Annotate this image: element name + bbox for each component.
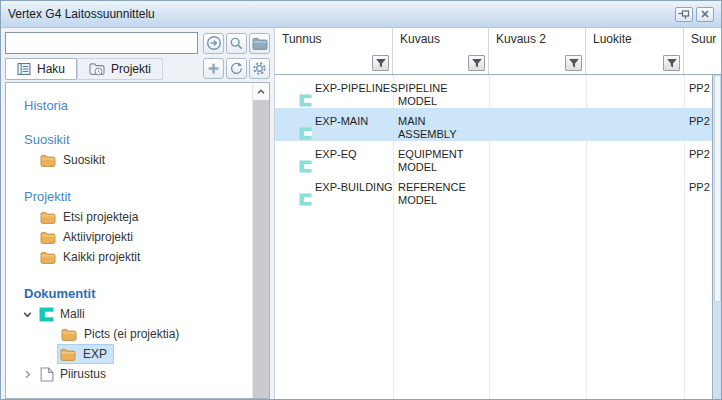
drawing-sheet-icon — [39, 367, 54, 382]
cell-luokite — [586, 108, 684, 141]
title-bar[interactable]: Vertex G4 Laitossuunnittelu — [1, 1, 721, 28]
folder-icon — [61, 328, 77, 341]
open-folder-button[interactable] — [249, 33, 270, 54]
column-label: Kuvaus — [400, 32, 440, 46]
filter-button[interactable] — [565, 55, 582, 71]
funnel-icon — [568, 58, 580, 69]
filter-button[interactable] — [468, 55, 485, 71]
window-title: Vertex G4 Laitossuunnittelu — [8, 7, 155, 21]
table-row-exp-eq[interactable]: EXP-EQ EQUIPMENT MODEL PP2 — [275, 141, 712, 174]
tab-haku[interactable]: Haku — [5, 58, 77, 80]
tree-section-projektit[interactable]: Projektit — [24, 189, 269, 204]
folder-clock-icon — [89, 62, 105, 76]
folder-icon — [60, 348, 76, 361]
tree-item-label: Kaikki projektit — [63, 250, 140, 264]
cell-kuvaus-2 — [489, 75, 586, 108]
tab-projekti[interactable]: Projekti — [77, 58, 163, 80]
scrollbar-thumb[interactable] — [714, 75, 721, 302]
list-form-icon — [17, 62, 31, 76]
tab-haku-label: Haku — [37, 62, 65, 76]
cell-kuvaus-2 — [489, 174, 586, 207]
refresh-icon — [229, 61, 244, 76]
tree-toolbar — [201, 58, 270, 79]
tree-item-aktiiviprojekti[interactable]: Aktiiviprojekti — [6, 227, 269, 247]
table-scrollbar[interactable] — [712, 75, 721, 399]
tree-item-label: Picts (ei projektia) — [84, 327, 179, 341]
filter-button[interactable] — [372, 55, 389, 71]
refresh-button[interactable] — [226, 58, 247, 79]
column-header-suur[interactable]: Suur — [684, 28, 721, 74]
model-icon — [299, 94, 312, 107]
column-label: Luokite — [593, 32, 632, 46]
folder-icon — [40, 251, 56, 264]
tree-item-kaikki-projektit[interactable]: Kaikki projektit — [6, 247, 269, 267]
table-row-exp-building[interactable]: EXP-BUILDING REFERENCE MODEL PP2 — [275, 174, 712, 207]
add-button[interactable] — [203, 58, 224, 79]
table-row-exp-pipelines[interactable]: EXP-PIPELINES PIPELINE MODEL PP2 — [275, 75, 712, 108]
close-button[interactable] — [696, 7, 714, 22]
tree-section-suosikit[interactable]: Suosikit — [24, 132, 269, 147]
table-body: EXP-PIPELINES PIPELINE MODEL PP2 EXP-MAI… — [275, 75, 712, 399]
tree-scrollbar[interactable] — [252, 83, 269, 398]
go-button[interactable] — [203, 33, 224, 54]
cell-kuvaus: MAIN ASSEMBLY — [393, 108, 489, 141]
column-header-luokite[interactable]: Luokite — [586, 28, 684, 74]
tree-item-label: Aktiiviprojekti — [63, 230, 133, 244]
cell-suur: PP2 — [684, 174, 712, 207]
pin-button[interactable] — [675, 7, 693, 22]
tab-bar: Haku Projekti — [5, 57, 270, 80]
cell-tunnus: EXP-MAIN — [275, 108, 393, 141]
tree-node-piirustus[interactable]: Piirustus — [6, 364, 269, 384]
search-input[interactable] — [5, 32, 198, 54]
cell-kuvaus-2 — [489, 108, 586, 141]
up-arrow-icon — [256, 87, 266, 97]
tree-section-historia[interactable]: Historia — [24, 98, 269, 113]
column-label: Tunnus — [282, 32, 322, 46]
cell-text: EXP-EQ — [315, 148, 357, 160]
document-table-panel: Tunnus Kuvaus Kuvaus 2 — [275, 28, 721, 399]
window-controls — [675, 7, 714, 22]
cell-kuvaus: PIPELINE MODEL — [393, 75, 489, 108]
tree-section-dokumentit[interactable]: Dokumentit — [24, 286, 269, 301]
cell-luokite — [586, 141, 684, 174]
model-icon — [39, 307, 54, 322]
cell-tunnus: EXP-EQ — [275, 141, 393, 174]
funnel-icon — [375, 58, 387, 69]
table-row-exp-main[interactable]: EXP-MAIN MAIN ASSEMBLY PP2 — [275, 108, 712, 141]
table-header: Tunnus Kuvaus Kuvaus 2 — [275, 28, 721, 75]
cell-text: EXP-MAIN — [315, 115, 368, 127]
tree-node-malli[interactable]: Malli — [6, 304, 269, 324]
tree-node-label: Piirustus — [60, 367, 106, 381]
scrollbar-thumb[interactable] — [253, 100, 269, 398]
gear-icon — [252, 61, 267, 76]
chevron-down-icon[interactable] — [22, 309, 33, 320]
column-header-kuvaus-2[interactable]: Kuvaus 2 — [489, 28, 586, 74]
scroll-up-button[interactable] — [253, 83, 269, 100]
main-area: Haku Projekti — [1, 28, 721, 399]
search-row — [5, 32, 270, 54]
cell-kuvaus: REFERENCE MODEL — [393, 174, 489, 207]
chevron-right-icon[interactable] — [22, 369, 33, 380]
tree-item-etsi-projekteja[interactable]: Etsi projekteja — [6, 207, 269, 227]
column-header-kuvaus[interactable]: Kuvaus — [393, 28, 489, 74]
cell-kuvaus-2 — [489, 141, 586, 174]
search-button[interactable] — [226, 33, 247, 54]
left-panel: Haku Projekti — [1, 28, 275, 399]
column-header-tunnus[interactable]: Tunnus — [275, 28, 393, 74]
filter-button[interactable] — [663, 55, 680, 71]
cell-text: EXP-BUILDING — [315, 181, 393, 193]
tree-item-suosikit[interactable]: Suosikit — [6, 150, 269, 170]
column-label: Suur — [691, 32, 716, 46]
tree-item-exp-selection[interactable]: EXP — [57, 344, 114, 364]
tree-item-exp[interactable]: EXP — [6, 344, 269, 364]
cell-kuvaus: EQUIPMENT MODEL — [393, 141, 489, 174]
tree-node-label: Malli — [60, 307, 85, 321]
settings-button[interactable] — [249, 58, 270, 79]
cell-tunnus: EXP-BUILDING — [275, 174, 393, 207]
cell-luokite — [586, 75, 684, 108]
navigation-tree: Historia Suosikit Suosikit Projektit Ets… — [5, 82, 270, 399]
tree-item-picts[interactable]: Picts (ei projektia) — [6, 324, 269, 344]
tab-projekti-label: Projekti — [111, 62, 151, 76]
tree-item-label: EXP — [83, 347, 107, 361]
cell-suur: PP2 — [684, 75, 712, 108]
